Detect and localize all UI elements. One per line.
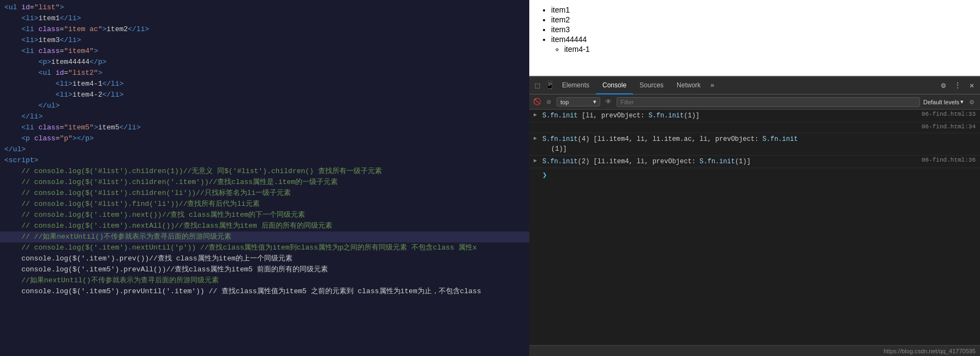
tab-elements[interactable]: Elements — [555, 77, 596, 94]
preview-item4: item44444 — [551, 35, 971, 44]
editor-line: <li class="item4"> — [0, 46, 529, 57]
tab-console[interactable]: Console — [596, 77, 633, 94]
entry-content-1: S.fn.init [li, prevObject: S.fn.init(1)] — [542, 111, 917, 121]
editor-line: <li class="item5">item5</li> — [0, 122, 529, 133]
preview-item3: item3 — [551, 25, 971, 34]
console-filter-input[interactable] — [617, 97, 920, 107]
editor-line: <script> — [0, 155, 529, 166]
stop-icon[interactable]: ⊘ — [545, 98, 553, 106]
status-url: https://blog.csdn.net/qq_41770595 — [883, 348, 976, 354]
console-prompt[interactable]: ❯ — [529, 168, 980, 182]
editor-line: </ul> — [0, 144, 529, 155]
editor-line: <ul id="list2"> — [0, 68, 529, 79]
device-icon[interactable]: 📱 — [543, 80, 555, 92]
editor-line: // console.log($('#list').children('li')… — [0, 188, 529, 199]
toggle-3[interactable]: ▶ — [534, 135, 537, 141]
devtools-toolbar: ⬚ 📱 Elements Console Sources Network » ⚙ — [529, 77, 980, 94]
editor-line: </li> — [0, 111, 529, 122]
tab-network[interactable]: Network — [670, 77, 707, 94]
eye-icon[interactable]: 👁 — [603, 97, 613, 107]
devtools-panel: ⬚ 📱 Elements Console Sources Network » ⚙ — [529, 76, 980, 356]
context-dropdown[interactable]: top ▾ — [557, 97, 600, 106]
entry-content-4: S.fn.init(2) [li.item4, li, prevObject: … — [542, 157, 917, 167]
console-entry-2: 06-find.html:34 — [529, 122, 980, 133]
editor-line: </ul> — [0, 100, 529, 111]
settings-icon[interactable]: ⚙ — [937, 80, 949, 92]
dropdown-arrow: ▾ — [593, 98, 596, 105]
entry-link-4[interactable]: 06-find.html:36 — [917, 157, 976, 163]
editor-line: // console.log($('.item').nextAll())//查找… — [0, 221, 529, 232]
console-entry-1: ▶ S.fn.init [li, prevObject: S.fn.init(1… — [529, 110, 980, 122]
console-output: ▶ S.fn.init [li, prevObject: S.fn.init(1… — [529, 110, 980, 345]
editor-line: <li>item3</li> — [0, 35, 529, 46]
preview-item4-1: item4-1 — [564, 45, 971, 54]
entry-link-1[interactable]: 06-find.html:33 — [917, 111, 976, 117]
default-levels-arrow: ▾ — [960, 98, 964, 105]
console-settings-icon[interactable]: ⚙ — [967, 97, 977, 107]
status-bar: https://blog.csdn.net/qq_41770595 — [529, 345, 980, 356]
editor-line: console.log($('.item').prev())//查找 class… — [0, 253, 529, 264]
editor-line: // console.log($('#list').children(1))//… — [0, 166, 529, 177]
devtools-tabs: Elements Console Sources Network » — [555, 77, 937, 94]
editor-line: <li>item4-2</li> — [0, 90, 529, 100]
editor-line: //如果nextUntil()不传参就表示为查寻后面的所游同级元素 — [0, 275, 529, 286]
preview-item1: item1 — [551, 5, 971, 14]
entry-link-2[interactable]: 06-find.html:34 — [917, 123, 976, 130]
editor-line: // console.log($('#list').find('li'))//查… — [0, 199, 529, 210]
editor-line: console.log($('.item5').prevAll())//查找cl… — [0, 264, 529, 275]
console-entry-3: ▶ S.fn.init(4) [li.item4, li, li.item.ac… — [529, 133, 980, 156]
right-panel: item1 item2 item3 item44444 item4-1 ⬚ 📱 … — [529, 0, 980, 356]
editor-line: <li>item1</li> — [0, 13, 529, 24]
editor-line: // //如果nextUntil()不传参就表示为查寻后面的所游同级元素 — [0, 232, 529, 242]
editor-line: // console.log($('.item').nextUntil('p')… — [0, 242, 529, 253]
clear-console-button[interactable]: 🚫 — [533, 98, 541, 106]
editor-line: <p class="p"></p> — [0, 133, 529, 144]
editor-line: <li class="item ac">item2</li> — [0, 24, 529, 35]
tab-more[interactable]: » — [707, 77, 718, 94]
editor-line: // console.log($('.item').next())//查找 cl… — [0, 210, 529, 221]
prompt-caret-icon: ❯ — [542, 170, 547, 180]
editor-line: <li>item4-1</li> — [0, 79, 529, 90]
console-toolbar: 🚫 ⊘ top ▾ 👁 Default levels ▾ ⚙ — [529, 94, 980, 110]
code-editor: <ul id="list"> <li>item1</li> <li class=… — [0, 0, 529, 356]
entry-content-3: S.fn.init(4) [li.item4, li, li.item.ac, … — [542, 134, 976, 154]
devtools-settings: ⚙ ⋮ ✕ — [937, 80, 978, 92]
close-devtools-icon[interactable]: ✕ — [966, 80, 978, 92]
browser-preview: item1 item2 item3 item44444 item4-1 — [529, 0, 980, 76]
default-levels-dropdown[interactable]: Default levels ▾ — [923, 98, 964, 105]
editor-line: console.log($('.item5').prevUntil('.item… — [0, 286, 529, 297]
preview-item2: item2 — [551, 15, 971, 24]
toggle-4[interactable]: ▶ — [534, 157, 537, 164]
tab-sources[interactable]: Sources — [633, 77, 670, 94]
editor-line: <ul id="list"> — [0, 2, 529, 13]
editor-line: // console.log($('#list').children('.ite… — [0, 177, 529, 188]
editor-line: <p>item44444</p> — [0, 57, 529, 68]
inspector-icon[interactable]: ⬚ — [531, 80, 543, 92]
toggle-1[interactable]: ▶ — [534, 111, 537, 118]
vertical-dots-icon[interactable]: ⋮ — [952, 80, 964, 92]
console-entry-4: ▶ S.fn.init(2) [li.item4, li, prevObject… — [529, 156, 980, 168]
preview-content: item1 item2 item3 item44444 item4-1 — [529, 0, 980, 59]
